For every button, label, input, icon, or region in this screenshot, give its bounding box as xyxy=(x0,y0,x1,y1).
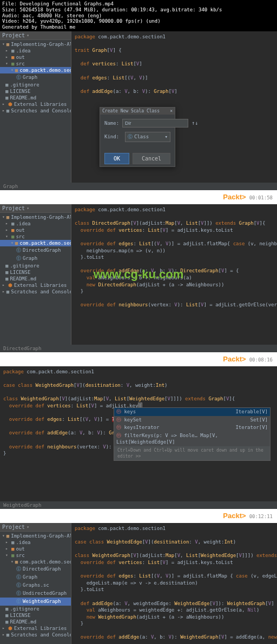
dropdown-icon[interactable]: ▾ xyxy=(27,33,31,38)
sort-icon[interactable]: ↑↓ xyxy=(192,120,198,126)
class-directed[interactable]: ⓒDirectedGraph xyxy=(0,246,71,254)
ok-button[interactable]: OK xyxy=(104,153,129,164)
folder-src[interactable]: ▾■src xyxy=(0,233,71,240)
editor[interactable]: package com.packt.demo.section1 class Di… xyxy=(71,204,277,345)
ide-panel-1: Project ▾ ▾■Implementing-Graph-Algor ▸■.… xyxy=(0,31,277,183)
autocomplete-item[interactable]: ⓜ keysIteratorIterator[V] xyxy=(114,424,270,432)
file-readme[interactable]: ■README.md xyxy=(0,276,71,282)
tip-bar: Ctrl+Down and Ctrl+Up will move caret do… xyxy=(114,446,270,460)
name-input[interactable] xyxy=(122,119,188,128)
file-gitignore[interactable]: ■.gitignore xyxy=(0,263,71,269)
project-root[interactable]: ▾■Implementing-Graph-Algor xyxy=(0,214,71,220)
ide-panel-4: Project▾ ▾■Implementing-Graph-Algor ▸■.i… xyxy=(0,523,277,644)
chevron-down-icon: ▾ xyxy=(165,134,168,139)
new-class-dialog: Create New Scala Class × Name: ↑↓ Kind: … xyxy=(100,107,175,167)
file-gitignore[interactable]: ■.gitignore xyxy=(0,606,71,612)
editor[interactable]: package com.packt.demo.section1 case cla… xyxy=(0,366,277,501)
package[interactable]: ▾■com.packt.demo.sectio xyxy=(0,67,71,73)
file-license[interactable]: ■LICENSE xyxy=(0,269,71,276)
project-tool-header[interactable]: Project▾ xyxy=(0,523,71,532)
folder-src[interactable]: ▾■src xyxy=(0,61,71,67)
kind-select[interactable]: ⓒ Class ▾ xyxy=(125,132,170,142)
dropdown-icon[interactable]: ▾ xyxy=(27,206,31,211)
dialog-title: Create New Scala Class xyxy=(102,109,160,113)
folder-idea[interactable]: ▸■.idea xyxy=(0,220,71,227)
editor[interactable]: package com.packt.demo.section1 case cla… xyxy=(71,523,277,644)
external-libs[interactable]: ▸⬢External Libraries xyxy=(0,101,71,108)
class-graph[interactable]: ⓒGraph xyxy=(0,573,71,581)
autocomplete-item[interactable]: ⓜ filterKeys(p: V => Boole… Map[V, List[… xyxy=(114,432,270,446)
external-libs[interactable]: ▸⬢External Libraries xyxy=(0,625,71,632)
folder-out[interactable]: ▸■out xyxy=(0,546,71,552)
file-gitignore[interactable]: ■.gitignore xyxy=(0,82,71,88)
ide-panel-2: Project▾ ▾■Implementing-Graph-Algor ▸■.i… xyxy=(0,204,277,345)
project-tool-header[interactable]: Project▾ xyxy=(0,204,71,213)
class-undirected[interactable]: ⓒUndirectedGraph xyxy=(0,589,71,598)
autocomplete-item[interactable]: ⓜ keysIterable[V] xyxy=(114,408,270,416)
project-root[interactable]: ▾■Implementing-Graph-Algor xyxy=(0,41,71,48)
tab-directed[interactable]: DirectedGraph xyxy=(0,345,44,352)
sidebar: Project▾ ▾■Implementing-Graph-Algor ▸■.i… xyxy=(0,523,71,644)
folder-out[interactable]: ▸■out xyxy=(0,227,71,233)
tab-graph[interactable]: Graph xyxy=(0,183,21,190)
file-license[interactable]: ■LICENSE xyxy=(0,88,71,95)
class-graph[interactable]: ⓒGraph xyxy=(0,73,71,82)
close-icon[interactable]: × xyxy=(170,109,173,113)
file-readme[interactable]: ■README.md xyxy=(0,619,71,625)
folder-idea[interactable]: ▸■.idea xyxy=(0,539,71,546)
footer-2: Packt> 00:08:16 xyxy=(0,352,277,366)
class-weighted[interactable]: ⓒWeightedGraph xyxy=(0,598,71,606)
package[interactable]: ▾■com.packt.demo.secti xyxy=(0,240,71,246)
scratches[interactable]: ▸■Scratches and Consoles xyxy=(0,632,71,638)
name-label: Name: xyxy=(104,120,119,126)
autocomplete-popup[interactable]: ⓜ keysIterable[V] ⓜ keySetSet[V] ⓜ keysI… xyxy=(114,407,271,461)
package[interactable]: ▾■com.packt.demo.secti xyxy=(0,559,71,565)
folder-idea[interactable]: ▸■.idea xyxy=(0,48,71,54)
kind-label: Kind: xyxy=(104,134,122,139)
folder-out[interactable]: ▸■out xyxy=(0,54,71,61)
folder-src[interactable]: ▾■src xyxy=(0,552,71,559)
autocomplete-item[interactable]: ⓜ keySetSet[V] xyxy=(114,416,270,424)
video-meta: File: Developing Functional Graphs.mp4 S… xyxy=(0,0,277,31)
sidebar: Project ▾ ▾■Implementing-Graph-Algor ▸■.… xyxy=(0,31,71,183)
dropdown-icon[interactable]: ▾ xyxy=(27,525,31,529)
class-directed[interactable]: ⓒDirectedGraph xyxy=(0,565,71,573)
class-graphs-sc[interactable]: ⓒGraphs.sc xyxy=(0,581,71,589)
tab-weighted[interactable]: WeightedGraph xyxy=(0,501,44,509)
class-graph[interactable]: ⓒGraph xyxy=(0,254,71,263)
external-libs[interactable]: ▸⬢External Libraries xyxy=(0,282,71,289)
project-label: Project xyxy=(2,32,25,38)
file-readme[interactable]: ■README.md xyxy=(0,95,71,101)
project-tool-header[interactable]: Project ▾ xyxy=(0,31,71,40)
ide-panel-3: package com.packt.demo.section1 case cla… xyxy=(0,366,277,501)
footer-3: Packt> 00:12:11 xyxy=(0,509,277,523)
class-icon: ⓒ xyxy=(128,133,133,140)
sidebar: Project▾ ▾■Implementing-Graph-Algor ▸■.i… xyxy=(0,204,71,345)
footer-1: Packt> 00:01:58 xyxy=(0,190,277,204)
cancel-button[interactable]: Cancel xyxy=(133,153,170,164)
project-root[interactable]: ▾■Implementing-Graph-Algor xyxy=(0,533,71,539)
scratches[interactable]: ▸■Scratches and Consoles xyxy=(0,108,71,114)
packt-logo: Packt> xyxy=(223,193,246,201)
file-license[interactable]: ■LICENSE xyxy=(0,612,71,619)
scratches[interactable]: ▸■Scratches and Consoles xyxy=(0,289,71,295)
